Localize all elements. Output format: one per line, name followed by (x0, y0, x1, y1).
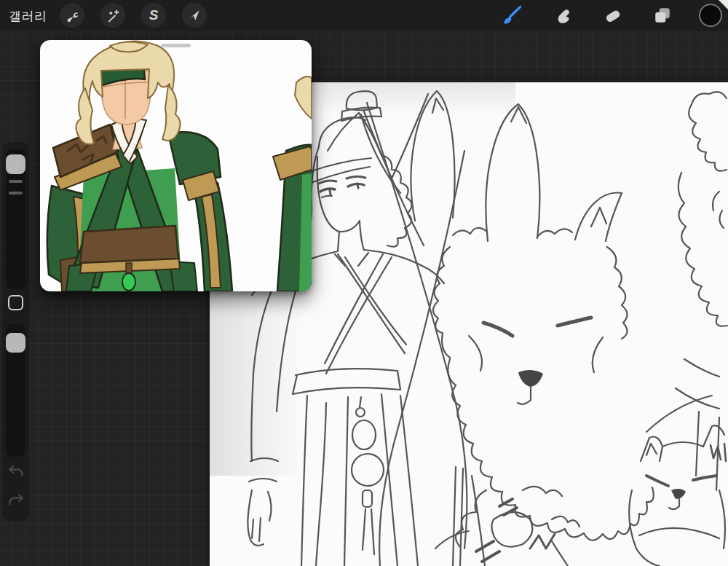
brush-size-handle[interactable] (6, 154, 25, 174)
eraser-tool-button[interactable] (601, 4, 625, 27)
gallery-button[interactable]: 갤러리 (9, 8, 47, 25)
undo-button[interactable] (7, 465, 25, 481)
top-toolbar: 갤러리 S (0, 0, 728, 31)
size-tick-mark (9, 180, 23, 183)
eraser-icon (604, 6, 622, 25)
opacity-handle[interactable] (6, 333, 25, 353)
ref-second-character (273, 76, 312, 291)
color-swatch[interactable] (699, 4, 722, 27)
actions-button[interactable] (60, 3, 84, 28)
reference-drag-handle[interactable] (161, 44, 191, 47)
layers-icon (653, 6, 672, 25)
ref-right-arm (194, 183, 232, 291)
size-tick-mark (9, 192, 23, 194)
smudge-tool-button[interactable] (551, 4, 574, 27)
magic-wand-icon (106, 9, 120, 23)
paint-tool-button[interactable] (500, 4, 523, 27)
transform-arrow-icon (188, 9, 201, 22)
smudge-finger-icon (553, 6, 572, 25)
sketch-striped-cat (629, 425, 726, 566)
app-window: 갤러리 S (0, 0, 728, 566)
modify-button[interactable] (8, 295, 23, 310)
paint-brush-icon (502, 5, 522, 25)
selection-button[interactable]: S (141, 3, 166, 28)
sidebar (2, 142, 29, 521)
layers-button[interactable] (651, 4, 674, 27)
reference-window[interactable] (40, 40, 312, 291)
redo-button[interactable] (7, 493, 25, 509)
wrench-icon (66, 9, 79, 23)
selection-s-icon: S (149, 7, 159, 23)
reference-character-art (40, 40, 312, 291)
sketch-fox (411, 91, 654, 566)
sketch-curly-figure (646, 92, 727, 490)
transform-button[interactable] (182, 3, 207, 28)
adjustments-button[interactable] (100, 3, 125, 28)
